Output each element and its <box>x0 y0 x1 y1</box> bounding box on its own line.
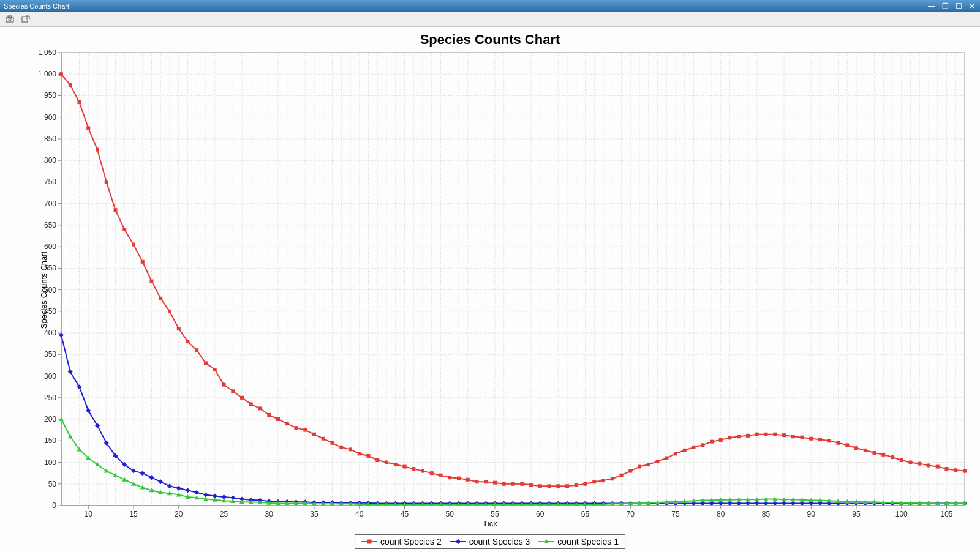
svg-rect-221 <box>123 228 126 231</box>
export-icon[interactable] <box>20 13 32 25</box>
svg-text:35: 35 <box>310 510 318 518</box>
svg-rect-254 <box>421 469 424 473</box>
svg-rect-214 <box>59 72 63 76</box>
svg-rect-241 <box>303 428 307 432</box>
svg-rect-220 <box>114 208 118 212</box>
svg-text:20: 20 <box>175 510 183 518</box>
close-button[interactable]: ✕ <box>968 2 976 10</box>
svg-rect-258 <box>457 477 461 480</box>
camera-icon[interactable] <box>4 13 16 25</box>
svg-rect-267 <box>538 484 542 488</box>
svg-rect-311 <box>936 465 940 469</box>
svg-rect-270 <box>565 484 569 488</box>
svg-text:450: 450 <box>44 307 56 316</box>
svg-text:75: 75 <box>671 510 680 518</box>
svg-text:45: 45 <box>401 510 409 518</box>
svg-rect-284 <box>692 446 696 449</box>
svg-rect-299 <box>827 439 831 442</box>
svg-rect-229 <box>195 348 198 352</box>
svg-rect-281 <box>665 456 668 460</box>
svg-text:200: 200 <box>44 415 56 423</box>
svg-rect-310 <box>927 463 930 467</box>
svg-rect-303 <box>864 449 867 452</box>
svg-rect-278 <box>638 465 641 469</box>
svg-rect-292 <box>764 433 768 436</box>
svg-rect-273 <box>592 480 596 483</box>
svg-rect-249 <box>375 458 379 462</box>
maximize-button[interactable]: ☐ <box>954 2 963 10</box>
svg-rect-314 <box>963 469 967 473</box>
svg-rect-265 <box>520 482 524 486</box>
svg-rect-234 <box>240 396 244 400</box>
svg-rect-223 <box>141 260 145 264</box>
window-title: Species Counts Chart <box>4 2 927 10</box>
chart-area: Species Counts Chart Species Counts Char… <box>0 27 980 552</box>
svg-rect-266 <box>529 483 533 487</box>
svg-rect-239 <box>285 422 289 425</box>
svg-rect-260 <box>475 480 479 483</box>
svg-rect-268 <box>548 484 551 488</box>
svg-rect-231 <box>213 368 217 371</box>
svg-rect-285 <box>701 443 704 447</box>
svg-rect-238 <box>276 417 280 421</box>
svg-rect-240 <box>295 426 298 430</box>
x-axis-label: Tick <box>0 519 980 528</box>
svg-text:1,050: 1,050 <box>38 48 56 57</box>
svg-rect-262 <box>493 481 497 485</box>
svg-rect-228 <box>186 340 190 343</box>
svg-rect-296 <box>801 436 804 439</box>
svg-text:70: 70 <box>627 510 635 518</box>
restore-button[interactable]: ❐ <box>941 2 949 10</box>
svg-text:600: 600 <box>44 242 56 251</box>
svg-rect-302 <box>854 446 858 450</box>
svg-text:50: 50 <box>48 480 57 488</box>
legend-item-species3[interactable]: count Species 3 <box>450 537 530 546</box>
svg-rect-248 <box>367 454 371 458</box>
svg-text:650: 650 <box>44 221 56 229</box>
svg-rect-275 <box>611 477 614 480</box>
svg-rect-227 <box>177 327 181 330</box>
svg-rect-222 <box>132 243 135 247</box>
legend-item-species1[interactable]: count Species 1 <box>538 537 619 546</box>
window-titlebar: Species Counts Chart ― ❐ ☐ ✕ <box>0 0 980 12</box>
svg-rect-247 <box>358 452 361 455</box>
svg-rect-256 <box>439 474 443 477</box>
svg-text:700: 700 <box>44 200 56 208</box>
svg-rect-245 <box>339 446 343 449</box>
legend-item-species2[interactable]: count Species 2 <box>361 537 442 546</box>
svg-rect-271 <box>575 483 578 487</box>
svg-rect-293 <box>773 433 777 436</box>
svg-rect-217 <box>86 126 90 130</box>
svg-text:55: 55 <box>491 510 499 518</box>
svg-text:85: 85 <box>762 510 771 518</box>
svg-text:1,000: 1,000 <box>38 70 56 78</box>
svg-text:80: 80 <box>717 510 725 518</box>
svg-text:15: 15 <box>129 510 138 518</box>
svg-rect-235 <box>249 402 253 406</box>
svg-text:60: 60 <box>536 510 545 518</box>
svg-rect-308 <box>909 461 913 464</box>
svg-text:0: 0 <box>52 501 56 510</box>
svg-text:30: 30 <box>265 510 274 518</box>
svg-text:950: 950 <box>44 91 56 100</box>
svg-rect-219 <box>105 180 108 184</box>
svg-rect-233 <box>231 389 235 393</box>
svg-rect-287 <box>719 438 723 442</box>
svg-text:250: 250 <box>44 393 56 402</box>
svg-rect-218 <box>96 148 99 152</box>
svg-rect-309 <box>918 462 921 466</box>
svg-rect-216 <box>78 100 81 104</box>
svg-rect-286 <box>710 440 714 444</box>
window-controls: ― ❐ ☐ ✕ <box>927 2 976 10</box>
toolbar <box>0 12 980 27</box>
svg-rect-230 <box>204 361 208 365</box>
svg-rect-224 <box>150 280 154 283</box>
svg-rect-243 <box>322 437 325 441</box>
svg-rect-282 <box>674 452 677 455</box>
svg-text:95: 95 <box>852 510 861 518</box>
svg-rect-272 <box>584 482 587 486</box>
svg-rect-312 <box>945 467 949 471</box>
svg-rect-264 <box>511 482 515 486</box>
minimize-button[interactable]: ― <box>927 2 936 10</box>
svg-rect-253 <box>412 467 415 471</box>
